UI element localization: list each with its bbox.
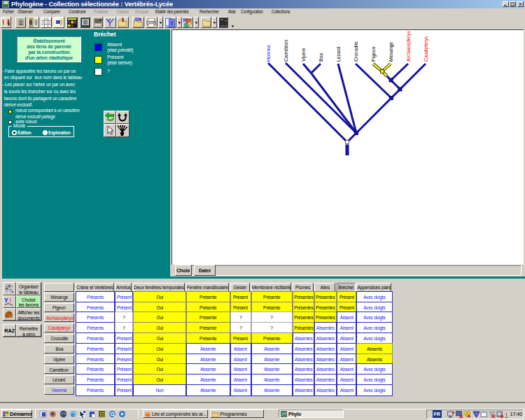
svg-text:Boa: Boa <box>318 53 323 62</box>
svg-text:Y: Y <box>4 296 8 303</box>
svg-text:Homme: Homme <box>266 45 271 62</box>
svg-text:e: e <box>71 412 75 418</box>
svg-text:Caudipteryx: Caudipteryx <box>424 36 429 62</box>
svg-text:CHOIX: CHOIX <box>220 24 229 27</box>
svg-text:Vipère: Vipère <box>301 48 307 62</box>
svg-text:Crocodile: Crocodile <box>354 41 358 62</box>
svg-text:Mésange: Mésange <box>388 42 394 62</box>
svg-text:!: ! <box>10 296 12 303</box>
svg-text:Archaeopteryx: Archaeopteryx <box>406 31 412 62</box>
svg-text:Lézard: Lézard <box>336 47 341 62</box>
svg-text:Caméléon: Caméléon <box>284 40 288 62</box>
svg-text:Pigeon: Pigeon <box>371 47 377 62</box>
